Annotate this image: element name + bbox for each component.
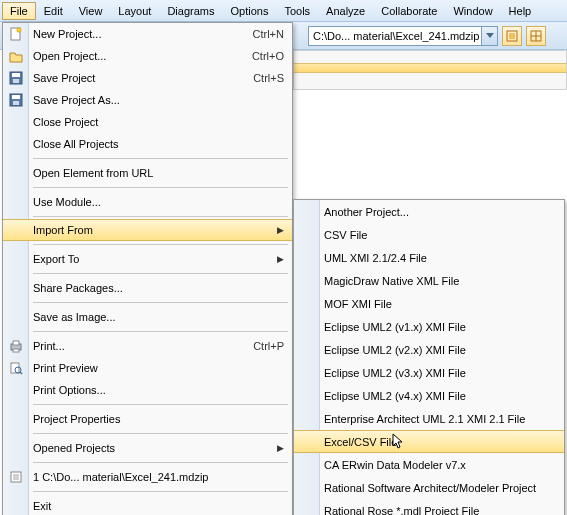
menu-separator bbox=[33, 302, 288, 303]
menu-separator bbox=[33, 158, 288, 159]
menu-item-label: Print Options... bbox=[33, 384, 284, 396]
menu-window[interactable]: Window bbox=[445, 2, 500, 20]
svg-rect-9 bbox=[13, 79, 19, 83]
submenu-item-label: Excel/CSV File bbox=[324, 436, 397, 448]
import-submenu-item[interactable]: Rational Rose *.mdl Project File bbox=[294, 499, 564, 515]
import-from-submenu: Another Project...CSV FileUML XMI 2.1/2.… bbox=[293, 199, 565, 515]
menu-separator bbox=[33, 187, 288, 188]
project-path-value: C:\Do... material\Excel_241.mdzip bbox=[309, 30, 481, 42]
file-menu-item[interactable]: Close Project bbox=[3, 111, 292, 133]
file-menu-item[interactable]: Print Preview bbox=[3, 357, 292, 379]
menubar: File Edit View Layout Diagrams Options T… bbox=[0, 0, 567, 22]
open-icon bbox=[7, 47, 25, 65]
menu-diagrams[interactable]: Diagrams bbox=[159, 2, 222, 20]
submenu-item-label: Rational Software Architect/Modeler Proj… bbox=[324, 482, 536, 494]
menu-view[interactable]: View bbox=[71, 2, 111, 20]
submenu-item-label: Eclipse UML2 (v1.x) XMI File bbox=[324, 321, 466, 333]
menu-item-label: Open Project... bbox=[33, 50, 252, 62]
import-submenu-item[interactable]: Rational Software Architect/Modeler Proj… bbox=[294, 476, 564, 499]
import-submenu-item[interactable]: Another Project... bbox=[294, 200, 564, 223]
toolbar-button-1[interactable] bbox=[502, 26, 522, 46]
menu-file[interactable]: File bbox=[2, 2, 36, 20]
file-menu-item[interactable]: 1 C:\Do... material\Excel_241.mdzip bbox=[3, 466, 292, 488]
file-menu-item[interactable]: Save Project As... bbox=[3, 89, 292, 111]
menu-analyze[interactable]: Analyze bbox=[318, 2, 373, 20]
menu-item-accelerator: Ctrl+N bbox=[253, 28, 284, 40]
file-menu-item[interactable]: Save as Image... bbox=[3, 306, 292, 328]
menu-separator bbox=[33, 331, 288, 332]
menu-item-label: Save Project bbox=[33, 72, 253, 84]
menu-item-label: Close All Projects bbox=[33, 138, 284, 150]
menu-item-label: Print... bbox=[33, 340, 253, 352]
menu-item-label: Opened Projects bbox=[33, 442, 277, 454]
import-submenu-item[interactable]: Eclipse UML2 (v3.x) XMI File bbox=[294, 361, 564, 384]
submenu-item-label: Rational Rose *.mdl Project File bbox=[324, 505, 479, 516]
workspace-header-bar bbox=[294, 63, 566, 73]
menu-item-label: Import From bbox=[33, 224, 277, 236]
submenu-arrow-icon: ▶ bbox=[277, 443, 284, 453]
file-menu-item[interactable]: New Project...Ctrl+N bbox=[3, 23, 292, 45]
import-submenu-item[interactable]: Eclipse UML2 (v4.x) XMI File bbox=[294, 384, 564, 407]
menu-separator bbox=[33, 404, 288, 405]
menu-separator bbox=[33, 273, 288, 274]
menu-edit[interactable]: Edit bbox=[36, 2, 71, 20]
menu-item-label: Print Preview bbox=[33, 362, 284, 374]
chevron-down-icon[interactable] bbox=[481, 27, 497, 45]
svg-rect-15 bbox=[13, 349, 19, 352]
submenu-item-label: Another Project... bbox=[324, 206, 409, 218]
file-menu-item[interactable]: Save ProjectCtrl+S bbox=[3, 67, 292, 89]
menu-options[interactable]: Options bbox=[222, 2, 276, 20]
file-menu-item[interactable]: Open Project...Ctrl+O bbox=[3, 45, 292, 67]
file-menu-item[interactable]: Use Module... bbox=[3, 191, 292, 213]
menu-layout[interactable]: Layout bbox=[110, 2, 159, 20]
submenu-item-label: UML XMI 2.1/2.4 File bbox=[324, 252, 427, 264]
menu-item-label: Export To bbox=[33, 253, 277, 265]
recent-icon bbox=[7, 468, 25, 486]
import-submenu-item[interactable]: UML XMI 2.1/2.4 File bbox=[294, 246, 564, 269]
file-menu-item[interactable]: Close All Projects bbox=[3, 133, 292, 155]
import-submenu-item[interactable]: Enterprise Architect UML 2.1 XMI 2.1 Fil… bbox=[294, 407, 564, 430]
submenu-item-label: Enterprise Architect UML 2.1 XMI 2.1 Fil… bbox=[324, 413, 525, 425]
submenu-item-label: MOF XMI File bbox=[324, 298, 392, 310]
file-menu-item[interactable]: Opened Projects▶ bbox=[3, 437, 292, 459]
file-menu-item[interactable]: Print...Ctrl+P bbox=[3, 335, 292, 357]
file-menu-dropdown: New Project...Ctrl+NOpen Project...Ctrl+… bbox=[2, 22, 293, 515]
menu-separator bbox=[33, 433, 288, 434]
submenu-item-label: CSV File bbox=[324, 229, 367, 241]
saveas-icon bbox=[7, 91, 25, 109]
file-menu-item[interactable]: Import From▶ bbox=[3, 219, 292, 241]
submenu-arrow-icon: ▶ bbox=[277, 225, 284, 235]
preview-icon bbox=[7, 359, 25, 377]
file-menu-item[interactable]: Exit bbox=[3, 495, 292, 515]
svg-point-6 bbox=[17, 28, 21, 32]
project-path-combo[interactable]: C:\Do... material\Excel_241.mdzip bbox=[308, 26, 498, 46]
file-menu-item[interactable]: Share Packages... bbox=[3, 277, 292, 299]
submenu-item-label: CA ERwin Data Modeler v7.x bbox=[324, 459, 466, 471]
menu-collaborate[interactable]: Collaborate bbox=[373, 2, 445, 20]
menu-tools[interactable]: Tools bbox=[276, 2, 318, 20]
file-menu-item[interactable]: Open Element from URL bbox=[3, 162, 292, 184]
submenu-arrow-icon: ▶ bbox=[277, 254, 284, 264]
toolbar-button-2[interactable] bbox=[526, 26, 546, 46]
menu-separator bbox=[33, 216, 288, 217]
submenu-item-label: MagicDraw Native XML File bbox=[324, 275, 459, 287]
file-menu-item[interactable]: Project Properties bbox=[3, 408, 292, 430]
menu-item-label: New Project... bbox=[33, 28, 253, 40]
menu-item-label: Project Properties bbox=[33, 413, 284, 425]
submenu-item-label: Eclipse UML2 (v4.x) XMI File bbox=[324, 390, 466, 402]
import-submenu-item[interactable]: CA ERwin Data Modeler v7.x bbox=[294, 453, 564, 476]
import-submenu-item[interactable]: Eclipse UML2 (v1.x) XMI File bbox=[294, 315, 564, 338]
import-submenu-item[interactable]: MagicDraw Native XML File bbox=[294, 269, 564, 292]
menu-separator bbox=[33, 244, 288, 245]
print-icon bbox=[7, 337, 25, 355]
import-submenu-item[interactable]: Eclipse UML2 (v2.x) XMI File bbox=[294, 338, 564, 361]
import-submenu-item[interactable]: MOF XMI File bbox=[294, 292, 564, 315]
import-submenu-item[interactable]: CSV File bbox=[294, 223, 564, 246]
file-menu-item[interactable]: Export To▶ bbox=[3, 248, 292, 270]
menu-help[interactable]: Help bbox=[501, 2, 540, 20]
menu-item-accelerator: Ctrl+S bbox=[253, 72, 284, 84]
file-menu-item[interactable]: Print Options... bbox=[3, 379, 292, 401]
menu-item-label: Use Module... bbox=[33, 196, 284, 208]
import-submenu-item[interactable]: Excel/CSV File bbox=[294, 430, 564, 453]
menu-item-label: 1 C:\Do... material\Excel_241.mdzip bbox=[33, 471, 284, 483]
